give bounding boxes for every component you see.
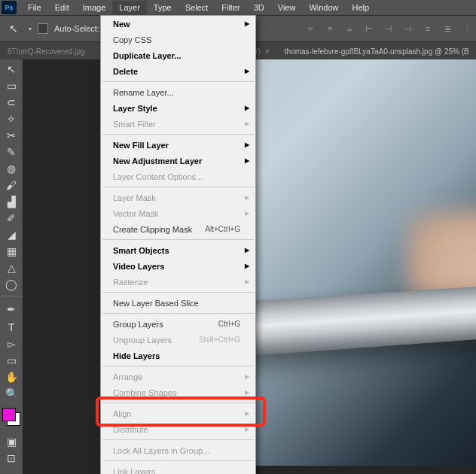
menu-item-label: Layer Content Options... bbox=[113, 172, 203, 181]
auto-select-label: Auto-Select: bbox=[54, 24, 99, 33]
menu-item-group-layers[interactable]: Group LayersCtrl+G bbox=[101, 316, 255, 332]
color-swatches[interactable] bbox=[2, 408, 20, 426]
align-right-icon[interactable]: ⊣ bbox=[399, 20, 417, 37]
tool-marquee[interactable]: ▭ bbox=[1, 77, 22, 94]
menu-item-new-layer-based-slice[interactable]: New Layer Based Slice bbox=[101, 295, 255, 311]
menu-item-label: Video Layers bbox=[113, 262, 164, 271]
tool-blur[interactable]: △ bbox=[1, 260, 22, 276]
tool-stamp[interactable]: ▟ bbox=[1, 193, 22, 210]
menu-item-layer-style[interactable]: Layer Style bbox=[101, 100, 255, 116]
tool-brush[interactable]: 🖌 bbox=[1, 177, 22, 193]
menu-item-label: Link Layers bbox=[113, 467, 155, 475]
menu-item-new-fill-layer[interactable]: New Fill Layer bbox=[101, 137, 255, 153]
menu-item-label: Lock All Layers in Group... bbox=[113, 446, 209, 455]
tool-magic-wand[interactable]: ✧ bbox=[1, 111, 22, 127]
menu-item-label: Rename Layer... bbox=[113, 88, 174, 97]
app-icon: Ps bbox=[2, 1, 17, 14]
tool-pen[interactable]: ✒ bbox=[1, 296, 22, 319]
quick-mask-icon[interactable]: ▣ bbox=[1, 433, 22, 450]
menu-item-create-clipping-mask[interactable]: Create Clipping MaskAlt+Ctrl+G bbox=[101, 221, 255, 237]
layer-menu-dropdown: NewCopy CSSDuplicate Layer...DeleteRenam… bbox=[100, 15, 256, 474]
tool-shape[interactable]: ▭ bbox=[1, 352, 22, 369]
menu-item-arrange: Arrange bbox=[101, 369, 255, 384]
menu-item-new[interactable]: New bbox=[101, 16, 255, 32]
menu-item-delete[interactable]: Delete bbox=[101, 63, 255, 79]
tool-history-brush[interactable]: ✐ bbox=[1, 210, 22, 226]
distribute-3-icon[interactable]: ⋮ bbox=[458, 20, 476, 37]
menu-layer[interactable]: Layer bbox=[112, 1, 147, 14]
menu-item-label: Distribute bbox=[113, 425, 148, 434]
menu-item-link-layers: Link Layers bbox=[101, 463, 255, 474]
align-vmiddle-icon[interactable]: ⫩ bbox=[321, 20, 339, 37]
menu-item-smart-filter: Smart Filter bbox=[101, 116, 255, 132]
tool-eraser[interactable]: ◢ bbox=[1, 226, 22, 243]
auto-select-checkbox[interactable] bbox=[38, 23, 48, 34]
align-bottom-icon[interactable]: ⫨ bbox=[340, 20, 359, 37]
menu-item-smart-objects[interactable]: Smart Objects bbox=[101, 242, 255, 258]
menu-item-label: Align bbox=[113, 409, 131, 418]
menu-type[interactable]: Type bbox=[147, 1, 178, 14]
menu-item-duplicate-layer[interactable]: Duplicate Layer... bbox=[101, 47, 255, 63]
menu-item-label: Combine Shapes bbox=[113, 388, 176, 397]
menu-item-label: Duplicate Layer... bbox=[113, 51, 181, 60]
tools-panel: ↖▭⊂✧✂✎◍🖌▟✐◢▦△◯✒T▻▭✋🔍▣⊡ bbox=[0, 59, 23, 474]
menu-help[interactable]: Help bbox=[346, 1, 377, 14]
document-tab[interactable]: 6TIorrQ-Recovered.jpg bbox=[0, 44, 92, 59]
tool-hand[interactable]: ✋ bbox=[1, 369, 22, 385]
menu-item-label: Hide Layers bbox=[113, 351, 160, 360]
menu-item-shortcut: Shift+Ctrl+G bbox=[199, 336, 240, 344]
menu-item-label: Rasterize bbox=[113, 278, 148, 287]
align-left-icon[interactable]: ⊢ bbox=[360, 20, 378, 37]
menu-item-label: Smart Filter bbox=[113, 120, 156, 129]
tool-zoom[interactable]: 🔍 bbox=[1, 385, 22, 402]
tool-move[interactable]: ↖ bbox=[1, 61, 22, 77]
menu-item-ungroup-layers: Ungroup LayersShift+Ctrl+G bbox=[101, 332, 255, 348]
align-buttons: ⫧ ⫩ ⫨ ⊢ ⊣ ⊣ ≡ ≣ ⋮ bbox=[301, 16, 476, 41]
screen-mode-icon[interactable]: ⊡ bbox=[1, 450, 22, 466]
tool-healing[interactable]: ◍ bbox=[1, 160, 22, 177]
menu-3d[interactable]: 3D bbox=[247, 1, 271, 14]
align-top-icon[interactable]: ⫧ bbox=[301, 20, 319, 37]
document-tab[interactable]: thomas-lefebvre-gp8BLyaTaA0-unsplash.jpg… bbox=[277, 44, 476, 59]
menu-item-hide-layers[interactable]: Hide Layers bbox=[101, 348, 255, 363]
menu-item-vector-mask: Vector Mask bbox=[101, 205, 255, 221]
menu-item-label: Layer Mask bbox=[113, 193, 156, 202]
menu-item-align: Align bbox=[101, 406, 255, 421]
menu-file[interactable]: File bbox=[21, 1, 48, 14]
menu-item-label: Arrange bbox=[113, 372, 142, 381]
menu-item-new-adjustment-layer[interactable]: New Adjustment Layer bbox=[101, 153, 255, 169]
menu-item-layer-content-options: Layer Content Options... bbox=[101, 169, 255, 184]
menu-item-layer-mask: Layer Mask bbox=[101, 190, 255, 205]
tool-lasso[interactable]: ⊂ bbox=[1, 94, 22, 111]
menu-edit[interactable]: Edit bbox=[48, 1, 76, 14]
tool-crop[interactable]: ✂ bbox=[1, 127, 22, 144]
distribute-2-icon[interactable]: ≣ bbox=[438, 20, 456, 37]
align-hcenter-icon[interactable]: ⊣ bbox=[380, 20, 398, 37]
tool-path[interactable]: ▻ bbox=[1, 336, 22, 352]
distribute-1-icon[interactable]: ≡ bbox=[419, 20, 437, 37]
menu-item-label: Ungroup Layers bbox=[113, 336, 172, 345]
menu-item-label: New Adjustment Layer bbox=[113, 156, 202, 166]
tab-close-icon[interactable]: × bbox=[265, 47, 270, 56]
menubar: Ps FileEditImageLayerTypeSelectFilter3DV… bbox=[0, 0, 476, 16]
menu-window[interactable]: Window bbox=[302, 1, 345, 14]
menu-item-video-layers[interactable]: Video Layers bbox=[101, 258, 255, 274]
menu-item-label: Smart Objects bbox=[113, 246, 169, 255]
menu-item-rename-layer[interactable]: Rename Layer... bbox=[101, 84, 255, 100]
move-tool-icon: ↖ bbox=[5, 23, 23, 35]
menu-view[interactable]: View bbox=[271, 1, 303, 14]
menu-select[interactable]: Select bbox=[178, 1, 215, 14]
tool-gradient[interactable]: ▦ bbox=[1, 243, 22, 260]
fg-swatch[interactable] bbox=[2, 408, 16, 421]
menu-item-distribute: Distribute bbox=[101, 421, 255, 437]
menu-item-rasterize: Rasterize bbox=[101, 274, 255, 290]
tool-eyedropper[interactable]: ✎ bbox=[1, 144, 22, 160]
tool-type[interactable]: T bbox=[1, 319, 22, 336]
menu-item-copy-css[interactable]: Copy CSS bbox=[101, 32, 255, 47]
menu-image[interactable]: Image bbox=[76, 1, 113, 14]
menu-item-label: New Fill Layer bbox=[113, 141, 169, 150]
menu-item-shortcut: Ctrl+G bbox=[218, 320, 240, 328]
tool-dodge[interactable]: ◯ bbox=[1, 276, 22, 293]
menu-filter[interactable]: Filter bbox=[215, 1, 246, 14]
tool-preset-chevron-icon[interactable]: ▾ bbox=[29, 26, 32, 32]
